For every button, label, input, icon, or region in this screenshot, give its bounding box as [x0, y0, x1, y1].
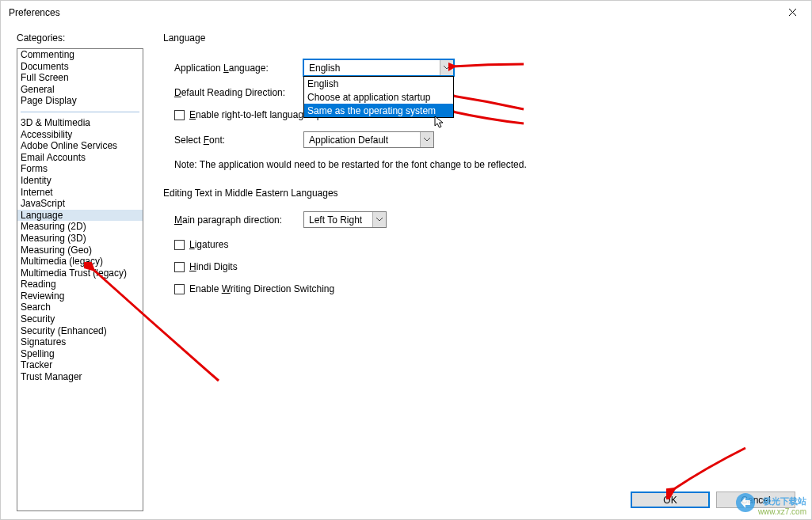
- font-restart-note: Note: The application would need to be r…: [163, 159, 795, 170]
- section-language: Language: [163, 32, 795, 44]
- category-item[interactable]: Page Display: [17, 95, 143, 107]
- category-item[interactable]: Adobe Online Services: [17, 140, 143, 152]
- chevron-down-icon[interactable]: [372, 212, 386, 227]
- categories-panel: Categories: CommentingDocumentsFull Scre…: [17, 32, 143, 511]
- category-item[interactable]: Security (Enhanced): [17, 325, 143, 337]
- category-item[interactable]: Measuring (3D): [17, 233, 143, 245]
- category-item[interactable]: Full Screen: [17, 72, 143, 84]
- dropdown-option[interactable]: Choose at application startup: [304, 90, 453, 104]
- titlebar: Preferences: [1, 1, 811, 25]
- row-reading-direction: Default Reading Direction:: [163, 87, 795, 98]
- watermark-line1: 极光下载站: [758, 495, 806, 507]
- row-writing-switching: Enable Writing Direction Switching: [163, 283, 795, 294]
- app-language-label: Application Language:: [174, 63, 289, 74]
- category-item[interactable]: Signatures: [17, 336, 143, 348]
- ligatures-checkbox[interactable]: [174, 240, 185, 250]
- row-ligatures: Ligatures: [163, 239, 795, 250]
- category-item[interactable]: Commenting: [17, 49, 143, 61]
- dropdown-option[interactable]: Same as the operating system: [304, 104, 453, 117]
- category-item[interactable]: JavaScript: [17, 198, 143, 210]
- enable-rtl-checkbox[interactable]: [174, 110, 185, 120]
- app-language-dropdown[interactable]: EnglishChoose at application startupSame…: [303, 76, 454, 118]
- category-item[interactable]: General: [17, 84, 143, 96]
- select-font-label: Select Font:: [174, 135, 289, 146]
- category-item[interactable]: 3D & Multimedia: [17, 117, 143, 129]
- hindi-digits-label: Hindi Digits: [189, 261, 238, 272]
- select-font-select[interactable]: Application Default: [303, 131, 434, 148]
- category-item[interactable]: Trust Manager: [17, 371, 143, 383]
- watermark-logo-icon: [734, 492, 757, 514]
- category-item[interactable]: Reviewing: [17, 290, 143, 302]
- app-language-select[interactable]: English EnglishChoose at application sta…: [303, 59, 454, 76]
- reading-direction-label: Default Reading Direction:: [174, 87, 289, 98]
- category-item[interactable]: Search: [17, 302, 143, 313]
- content-area: Categories: CommentingDocumentsFull Scre…: [17, 32, 795, 511]
- category-item[interactable]: Documents: [17, 61, 143, 73]
- section-editing: Editing Text in Middle Eastern Languages: [163, 188, 795, 199]
- main-paragraph-selectbox[interactable]: Left To Right: [303, 211, 387, 228]
- window-title: Preferences: [9, 7, 60, 18]
- settings-panel: Language Application Language: English E…: [163, 32, 795, 511]
- category-item[interactable]: Measuring (2D): [17, 221, 143, 233]
- category-item[interactable]: Language: [17, 210, 143, 222]
- category-item[interactable]: Tracker: [17, 359, 143, 371]
- category-separator: [21, 112, 139, 112]
- watermark: 极光下载站 www.xz7.com: [758, 495, 806, 518]
- writing-switching-label: Enable Writing Direction Switching: [189, 283, 334, 294]
- dropdown-option[interactable]: English: [304, 77, 453, 90]
- app-language-selectbox[interactable]: English: [303, 59, 454, 76]
- category-item[interactable]: Reading: [17, 279, 143, 290]
- main-paragraph-value: Left To Right: [309, 214, 362, 226]
- close-icon[interactable]: [782, 3, 803, 22]
- ok-button[interactable]: OK: [631, 492, 710, 508]
- main-paragraph-select[interactable]: Left To Right: [303, 211, 387, 228]
- select-font-selectbox[interactable]: Application Default: [303, 131, 434, 148]
- category-item[interactable]: Measuring (Geo): [17, 245, 143, 256]
- category-item[interactable]: Accessibility: [17, 129, 143, 141]
- chevron-down-icon[interactable]: [420, 132, 433, 147]
- categories-list[interactable]: CommentingDocumentsFull ScreenGeneralPag…: [17, 48, 143, 511]
- chevron-down-icon[interactable]: [440, 60, 453, 75]
- category-item[interactable]: Forms: [17, 163, 143, 175]
- category-item[interactable]: Email Accounts: [17, 152, 143, 164]
- row-select-font: Select Font: Application Default: [163, 131, 795, 148]
- row-hindi-digits: Hindi Digits: [163, 261, 795, 272]
- categories-label: Categories:: [17, 32, 143, 44]
- category-item[interactable]: Spelling: [17, 348, 143, 360]
- row-main-paragraph: Main paragraph direction: Left To Right: [163, 211, 795, 228]
- category-item[interactable]: Multimedia Trust (legacy): [17, 268, 143, 279]
- select-font-value: Application Default: [309, 135, 388, 146]
- category-item[interactable]: Security: [17, 313, 143, 325]
- category-item[interactable]: Multimedia (legacy): [17, 256, 143, 268]
- hindi-digits-checkbox[interactable]: [174, 262, 185, 272]
- app-language-value: English: [309, 63, 340, 74]
- watermark-line2: www.xz7.com: [758, 507, 806, 518]
- main-paragraph-label: Main paragraph direction:: [174, 214, 289, 226]
- row-enable-rtl: Enable right-to-left language options: [163, 109, 795, 120]
- category-item[interactable]: Identity: [17, 175, 143, 187]
- row-app-language: Application Language: English EnglishCho…: [163, 59, 795, 76]
- writing-switching-checkbox[interactable]: [174, 284, 185, 294]
- cursor-icon: [434, 116, 445, 130]
- category-item[interactable]: Internet: [17, 187, 143, 199]
- preferences-window: Preferences Categories: CommentingDocume…: [0, 0, 812, 520]
- ligatures-label: Ligatures: [189, 239, 228, 250]
